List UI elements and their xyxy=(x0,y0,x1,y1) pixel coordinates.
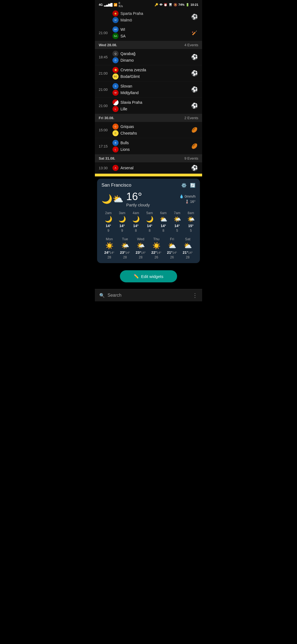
match-row[interactable]: 17:15 B Bulls L Lions 🏉 xyxy=(95,138,202,154)
team-row: ⭐ Sparta Praha xyxy=(112,10,191,17)
hourly-temp: 14° xyxy=(174,224,180,228)
hourly-temp: 14° xyxy=(133,224,139,228)
hourly-icon: 🌙 xyxy=(119,216,126,223)
edit-widgets-button[interactable]: ✏️ Edit widgets xyxy=(120,270,177,282)
soccer-icon: ⚽ xyxy=(191,13,198,21)
more-options-icon[interactable]: ⋮ xyxy=(192,292,198,299)
top-partial-match[interactable]: ⭐ Sparta Praha M Malmö ⚽ xyxy=(95,9,202,25)
team-name: SA xyxy=(120,34,126,38)
soccer-icon: ⚽ xyxy=(191,53,198,61)
hourly-temp: 14° xyxy=(147,224,152,228)
team-name: Lille xyxy=(120,107,127,111)
daily-low: 14° xyxy=(125,251,130,254)
daily-icon: 🌤️ xyxy=(137,242,145,250)
hourly-icon: 🌙 xyxy=(105,216,112,223)
team-name: Bulls xyxy=(120,141,129,145)
alarm-icon: ⏰ xyxy=(164,3,167,7)
bluetooth-icon: 🦷 xyxy=(169,3,172,7)
team-row: BG Bodø/Glimt xyxy=(112,73,191,80)
daily-high: 21° xyxy=(167,250,172,255)
hourly-item: 6am ⛅ 14° 8 xyxy=(156,211,170,233)
daily-high: 22° xyxy=(151,250,157,255)
section-events: 9 Events xyxy=(184,156,198,160)
match-teams: B Bulls L Lions xyxy=(112,140,191,152)
search-inner[interactable]: 🔍 Search xyxy=(99,293,122,298)
daily-high: 23° xyxy=(136,250,141,255)
team-row: SA SA xyxy=(112,33,191,39)
match-row[interactable]: 15:00 G Griquas C Cheetahs 🏉 xyxy=(95,122,202,138)
hourly-wind: 5 xyxy=(176,229,178,233)
daily-item-wed: Wed 🌤️ 23°14° 28 xyxy=(133,237,148,259)
daily-low: 14° xyxy=(188,251,193,254)
team-row: L Lille xyxy=(112,106,191,112)
team-name: Cheetahs xyxy=(120,131,137,135)
daily-high: 23° xyxy=(120,250,125,255)
team-logo: WI xyxy=(112,26,119,32)
section-events: 4 Events xyxy=(184,43,198,47)
battery-icon: 🔋 xyxy=(186,3,189,7)
search-placeholder: Search xyxy=(108,293,122,298)
match-row[interactable]: 21:00 S Slovan M Midtjylland ⚽ xyxy=(95,81,202,98)
daily-low: 14° xyxy=(141,251,146,254)
hourly-forecast: 2am 🌙 14° 9 3am 🌙 14° 9 4am 🌙 14° 8 5am … xyxy=(101,211,196,233)
match-time: 18:45 xyxy=(99,55,110,59)
team-logo: B xyxy=(112,140,119,146)
daily-high: 21° xyxy=(183,250,188,255)
daily-item-mon: Mon ☀️ 24°14° 28 xyxy=(101,237,117,259)
daily-uv: 28 xyxy=(186,255,189,259)
daily-icon: ☀️ xyxy=(105,242,114,250)
daily-item-sat: Sat ⛅ 21°14° 28 xyxy=(180,237,196,259)
weather-city: San Francisco xyxy=(101,182,131,188)
hourly-time: 5am xyxy=(146,211,153,215)
team-logo: M xyxy=(112,17,119,23)
section-events: 2 Events xyxy=(184,116,198,120)
team-name: Lions xyxy=(120,147,130,152)
daily-uv: 28 xyxy=(108,255,111,259)
match-teams: S Slovan M Midtjylland xyxy=(112,83,191,96)
team-name: Crvena zvezda xyxy=(120,68,146,72)
team-row: G Griquas xyxy=(112,124,191,130)
team-name: Slavia Praha xyxy=(120,100,142,105)
daily-low: 14° xyxy=(110,251,114,254)
section-date: Wed 28.08. xyxy=(99,43,117,47)
match-teams: G Griquas C Cheetahs xyxy=(112,124,191,136)
settings-icon[interactable]: ⚙️ xyxy=(181,183,187,188)
hourly-icon: 🌤️ xyxy=(174,216,181,223)
daily-icon: 🌤️ xyxy=(121,242,129,250)
daily-item-tue: Tue 🌤️ 23°14° 28 xyxy=(117,237,133,259)
match-time: 21:00 xyxy=(99,88,110,92)
match-row[interactable]: 13:30 A Arsenal ⚽ xyxy=(95,162,202,174)
mute-icon: 🔕 xyxy=(174,3,177,7)
hourly-time: 2am xyxy=(105,211,111,215)
refresh-icon[interactable]: 🔄 xyxy=(190,183,196,188)
match-time: 15:00 xyxy=(99,128,110,132)
daily-icon: ⛅ xyxy=(184,242,192,250)
match-time: 21:00 xyxy=(99,31,110,35)
search-bar[interactable]: 🔍 Search ⋮ xyxy=(95,289,202,301)
daily-temps: 22°14° xyxy=(151,250,161,255)
daily-icon: ⛅ xyxy=(168,242,176,250)
sports-widget: ⭐ Sparta Praha M Malmö ⚽ 21:00 WI WI SA … xyxy=(95,9,202,174)
status-bar: 4G ▂▄▆█ 📶 0K/s 🔑 👁 ⏰ 🦷 🔕 74% 🔋 10:21 xyxy=(95,0,202,9)
hourly-time: 4am xyxy=(133,211,139,215)
daily-temps: 24°14° xyxy=(104,250,114,255)
daily-day: Fri xyxy=(170,237,174,241)
match-row[interactable]: 18:45 Q Qarabağ D Dinamo ⚽ xyxy=(95,49,202,65)
rugby-icon: 🏉 xyxy=(191,142,198,150)
match-row[interactable]: 21:00 ⭐ Crvena zvezda BG Bodø/Glimt ⚽ xyxy=(95,65,202,81)
team-row: S Slovan xyxy=(112,83,191,89)
match-row[interactable]: 21:00 S Slavia Praha L Lille ⚽ xyxy=(95,98,202,114)
team-row: C Cheetahs xyxy=(112,130,191,136)
daily-day: Sat xyxy=(185,237,191,241)
daily-uv: 26 xyxy=(155,255,158,259)
team-name: Griquas xyxy=(120,124,134,129)
match-row[interactable]: 21:00 WI WI SA SA 🏏 xyxy=(95,25,202,41)
hourly-item: 7am 🌤️ 14° 5 xyxy=(170,211,184,233)
match-teams: ⭐ Sparta Praha M Malmö xyxy=(112,10,191,23)
weather-header-icons[interactable]: ⚙️ 🔄 xyxy=(181,183,196,188)
daily-item-thu: Thu ☀️ 22°14° 26 xyxy=(148,237,164,259)
team-row: B Bulls xyxy=(112,140,191,146)
search-icon: 🔍 xyxy=(99,293,105,298)
hourly-temp: 14° xyxy=(161,224,166,228)
match-time: 13:30 xyxy=(99,166,110,170)
